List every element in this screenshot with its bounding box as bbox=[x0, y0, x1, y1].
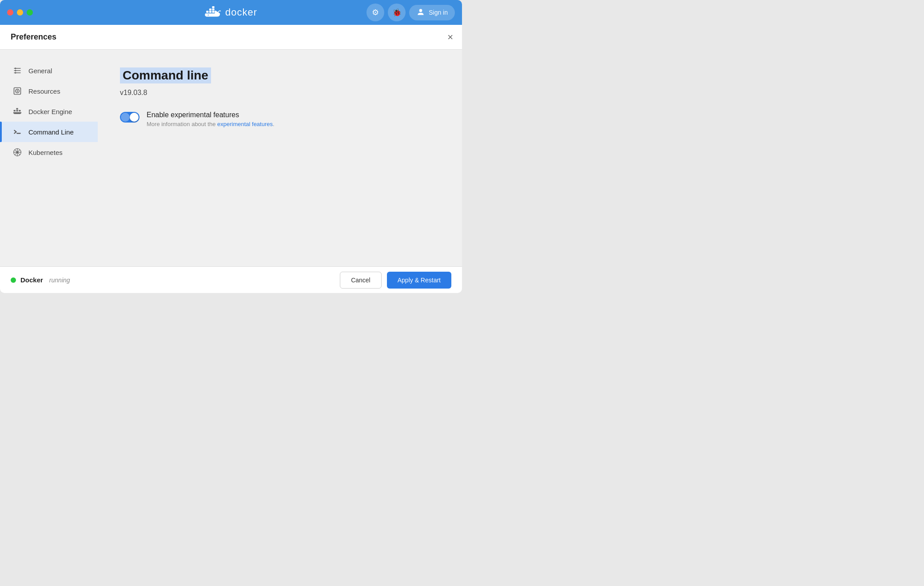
sidebar-general-label: General bbox=[28, 67, 52, 75]
prefs-title: Preferences bbox=[11, 32, 56, 42]
toggle-desc-prefix: More information about the bbox=[147, 121, 217, 127]
svg-point-13 bbox=[15, 72, 16, 73]
kubernetes-icon bbox=[12, 147, 22, 157]
toggle-track[interactable] bbox=[120, 112, 139, 123]
sidebar-command-line-label: Command Line bbox=[28, 128, 74, 136]
maximize-button[interactable] bbox=[27, 9, 33, 16]
experimental-features-link[interactable]: experimental features bbox=[217, 121, 273, 127]
sidebar-resources-label: Resources bbox=[28, 87, 60, 95]
titlebar-logo-area: docker bbox=[205, 6, 257, 19]
svg-rect-4 bbox=[212, 8, 215, 10]
status-app-name: Docker bbox=[20, 276, 43, 284]
toggle-description: More information about the experimental … bbox=[147, 121, 440, 127]
docker-logo-text: docker bbox=[225, 7, 257, 18]
sidebar-item-command-line[interactable]: Command Line bbox=[0, 122, 98, 142]
user-icon bbox=[416, 8, 425, 18]
bug-icon: 🐞 bbox=[392, 8, 402, 17]
footer-buttons: Cancel Apply & Restart bbox=[340, 272, 451, 289]
svg-point-7 bbox=[419, 9, 422, 12]
sidebar-docker-engine-label: Docker Engine bbox=[28, 108, 72, 115]
svg-rect-2 bbox=[212, 11, 215, 12]
settings-button[interactable]: ⚙ bbox=[366, 4, 384, 21]
content-title: Command line bbox=[120, 67, 211, 83]
status-dot bbox=[11, 277, 16, 283]
svg-point-12 bbox=[15, 70, 16, 71]
svg-rect-17 bbox=[14, 110, 16, 111]
toggle-info: Enable experimental features More inform… bbox=[147, 111, 440, 127]
svg-point-16 bbox=[16, 90, 18, 91]
traffic-lights bbox=[7, 9, 33, 16]
svg-rect-1 bbox=[209, 11, 211, 12]
content-version: v19.03.8 bbox=[120, 89, 440, 97]
main-area: General Resources bbox=[0, 50, 462, 266]
toggle-desc-suffix: . bbox=[273, 121, 275, 127]
debug-button[interactable]: 🐞 bbox=[388, 4, 406, 21]
docker-whale-icon bbox=[205, 6, 221, 19]
sign-in-button[interactable]: Sign in bbox=[409, 5, 455, 20]
footer: Docker running Cancel Apply & Restart bbox=[0, 266, 462, 293]
minimize-button[interactable] bbox=[17, 9, 23, 16]
svg-rect-20 bbox=[19, 110, 20, 111]
command-line-icon bbox=[12, 127, 22, 137]
apply-restart-button[interactable]: Apply & Restart bbox=[387, 272, 451, 289]
close-button[interactable] bbox=[7, 9, 13, 16]
titlebar: docker ⚙ 🐞 Sign in bbox=[0, 0, 462, 25]
experimental-features-row: Enable experimental features More inform… bbox=[120, 111, 440, 127]
titlebar-right: ⚙ 🐞 Sign in bbox=[366, 4, 455, 21]
docker-engine-icon bbox=[12, 107, 22, 116]
sidebar-kubernetes-label: Kubernetes bbox=[28, 149, 63, 156]
svg-rect-18 bbox=[16, 110, 18, 111]
sidebar-item-general[interactable]: General bbox=[0, 60, 98, 81]
status-running-label: running bbox=[49, 277, 70, 284]
toggle-thumb bbox=[130, 113, 139, 122]
sidebar-item-resources[interactable]: Resources bbox=[0, 81, 98, 101]
prefs-header: Preferences × bbox=[0, 25, 462, 50]
toggle-label: Enable experimental features bbox=[147, 111, 440, 119]
general-icon bbox=[12, 66, 22, 75]
resources-icon bbox=[12, 86, 22, 96]
prefs-close-button[interactable]: × bbox=[447, 32, 453, 42]
cancel-button[interactable]: Cancel bbox=[340, 272, 382, 289]
svg-point-6 bbox=[208, 15, 209, 16]
sidebar-item-docker-engine[interactable]: Docker Engine bbox=[0, 101, 98, 122]
svg-rect-0 bbox=[206, 11, 208, 12]
docker-status: Docker running bbox=[11, 276, 70, 284]
experimental-toggle[interactable] bbox=[120, 112, 139, 123]
sidebar: General Resources bbox=[0, 50, 98, 266]
svg-rect-19 bbox=[16, 108, 18, 110]
svg-rect-3 bbox=[209, 8, 211, 10]
content-area: Command line v19.03.8 Enable experimenta… bbox=[98, 50, 462, 266]
gear-icon: ⚙ bbox=[372, 8, 379, 17]
svg-point-11 bbox=[15, 67, 16, 69]
sign-in-label: Sign in bbox=[429, 9, 448, 16]
svg-point-27 bbox=[16, 151, 19, 154]
svg-rect-5 bbox=[212, 6, 215, 8]
sidebar-item-kubernetes[interactable]: Kubernetes bbox=[0, 142, 98, 162]
